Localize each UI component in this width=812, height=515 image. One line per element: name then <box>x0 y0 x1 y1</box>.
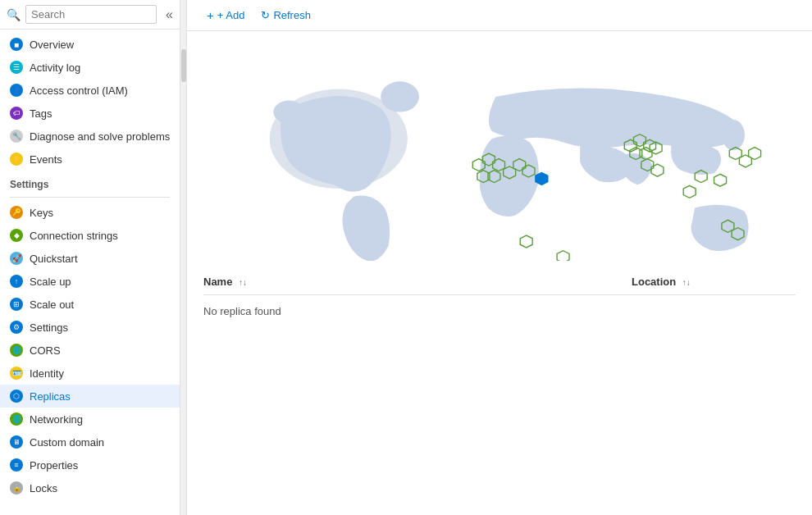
properties-icon: ≡ <box>10 458 23 472</box>
refresh-icon: ↻ <box>261 9 270 21</box>
name-column-header[interactable]: Name ↑↓ <box>203 276 632 288</box>
identity-icon: 🪪 <box>10 367 23 380</box>
settings-icon: ⚙ <box>10 321 23 334</box>
custom-domain-icon: 🖥 <box>10 435 23 449</box>
sidebar-item-label: Keys <box>30 207 53 219</box>
toolbar: + + Add ↻ Refresh <box>187 0 812 31</box>
overview-icon: ■ <box>10 38 23 51</box>
sidebar-item-label: Identity <box>30 367 64 380</box>
sidebar-item-label: Custom domain <box>30 436 104 449</box>
add-icon: + <box>207 8 214 22</box>
svg-marker-12 <box>536 172 548 185</box>
sidebar-item-label: Scale out <box>30 299 74 311</box>
sidebar-item-replicas[interactable]: ⬡ Replicas <box>0 385 180 408</box>
keys-icon: 🔑 <box>10 206 23 219</box>
sidebar-item-identity[interactable]: 🪪 Identity <box>0 362 180 385</box>
sidebar-item-diagnose[interactable]: 🔧 Diagnose and solve problems <box>0 125 180 148</box>
sidebar-item-label: Locks <box>30 482 57 494</box>
refresh-label: Refresh <box>273 9 311 21</box>
svg-point-1 <box>381 81 419 112</box>
sidebar-item-cors[interactable]: 🌐 CORS <box>0 339 180 362</box>
activity-log-icon: ☰ <box>10 61 23 74</box>
sidebar-item-networking[interactable]: 🌐 Networking <box>0 408 180 431</box>
access-control-icon: 👤 <box>10 84 23 97</box>
sidebar-item-label: Networking <box>30 413 83 426</box>
svg-marker-28 <box>557 251 569 261</box>
sidebar-scrollbar[interactable] <box>180 0 187 515</box>
locks-icon: 🔒 <box>10 481 23 494</box>
no-data-message: No replica found <box>203 295 796 327</box>
sidebar: 🔍 « ■ Overview ☰ Activity log 👤 Access c… <box>0 0 180 515</box>
networking-icon: 🌐 <box>10 412 23 426</box>
sidebar-item-quickstart[interactable]: 🚀 Quickstart <box>0 247 180 270</box>
scale-up-icon: ↑ <box>10 275 23 288</box>
sidebar-item-label: Connection strings <box>30 230 118 242</box>
sidebar-item-keys[interactable]: 🔑 Keys <box>0 201 180 224</box>
events-icon: ⚡ <box>10 153 23 166</box>
sidebar-item-label: Replicas <box>30 390 71 403</box>
location-column-header[interactable]: Location ↑↓ <box>632 276 796 288</box>
svg-marker-25 <box>749 148 761 160</box>
sidebar-item-label: CORS <box>30 344 61 357</box>
diagnose-icon: 🔧 <box>10 130 23 143</box>
sidebar-item-label: Properties <box>30 459 78 472</box>
sidebar-item-locks[interactable]: 🔒 Locks <box>0 476 180 499</box>
world-map <box>220 48 779 261</box>
svg-marker-30 <box>683 185 696 198</box>
sidebar-item-properties[interactable]: ≡ Properties <box>0 453 180 476</box>
world-map-container <box>187 31 812 269</box>
sidebar-item-label: Diagnose and solve problems <box>30 130 170 143</box>
svg-point-3 <box>273 101 303 124</box>
cors-icon: 🌐 <box>10 344 23 357</box>
search-input[interactable] <box>25 5 157 24</box>
settings-divider <box>10 197 170 198</box>
connection-strings-icon: ◆ <box>10 229 23 242</box>
sidebar-item-label: Events <box>30 153 62 166</box>
sidebar-item-label: Settings <box>30 321 68 334</box>
sidebar-item-connection-strings[interactable]: ◆ Connection strings <box>0 224 180 247</box>
sidebar-item-overview[interactable]: ■ Overview <box>0 33 180 56</box>
refresh-button[interactable]: ↻ Refresh <box>254 6 317 25</box>
sidebar-item-label: Scale up <box>30 276 71 288</box>
sidebar-item-activity-log[interactable]: ☰ Activity log <box>0 56 180 79</box>
sidebar-item-custom-domain[interactable]: 🖥 Custom domain <box>0 431 180 453</box>
sidebar-item-label: Tags <box>30 107 52 120</box>
sidebar-item-label: Overview <box>30 39 74 51</box>
add-label: + Add <box>217 9 245 21</box>
svg-marker-22 <box>714 174 727 186</box>
table-section: Name ↑↓ Location ↑↓ No replica found <box>187 269 812 327</box>
name-col-label: Name <box>203 276 232 288</box>
tags-icon: 🏷 <box>10 107 23 120</box>
sidebar-item-label: Access control (IAM) <box>30 84 128 97</box>
sidebar-item-access-control[interactable]: 👤 Access control (IAM) <box>0 79 180 102</box>
sidebar-item-label: Quickstart <box>30 253 78 265</box>
table-header: Name ↑↓ Location ↑↓ <box>203 269 796 295</box>
sidebar-item-label: Activity log <box>30 62 80 74</box>
svg-marker-29 <box>520 235 532 248</box>
location-sort-icon[interactable]: ↑↓ <box>682 278 691 287</box>
svg-point-2 <box>722 120 745 150</box>
quickstart-icon: 🚀 <box>10 252 23 265</box>
world-map-svg <box>220 48 779 261</box>
location-col-label: Location <box>632 276 676 288</box>
sidebar-item-scale-out[interactable]: ⊞ Scale out <box>0 293 180 316</box>
search-icon: 🔍 <box>7 8 21 21</box>
sidebar-search-bar: 🔍 « <box>0 0 180 30</box>
sidebar-item-settings[interactable]: ⚙ Settings <box>0 316 180 339</box>
sidebar-item-scale-up[interactable]: ↑ Scale up <box>0 270 180 293</box>
svg-marker-20 <box>651 164 664 176</box>
collapse-button[interactable]: « <box>166 7 173 22</box>
settings-section-label: Settings <box>0 171 180 194</box>
replicas-icon: ⬡ <box>10 390 23 403</box>
add-button[interactable]: + + Add <box>200 5 251 25</box>
scale-out-icon: ⊞ <box>10 298 23 311</box>
sidebar-item-events[interactable]: ⚡ Events <box>0 148 180 171</box>
main-content: + + Add ↻ Refresh <box>187 0 812 515</box>
name-sort-icon[interactable]: ↑↓ <box>239 278 247 287</box>
sidebar-item-tags[interactable]: 🏷 Tags <box>0 102 180 125</box>
sidebar-nav: ■ Overview ☰ Activity log 👤 Access contr… <box>0 30 180 515</box>
content-area: Name ↑↓ Location ↑↓ No replica found <box>187 31 812 515</box>
